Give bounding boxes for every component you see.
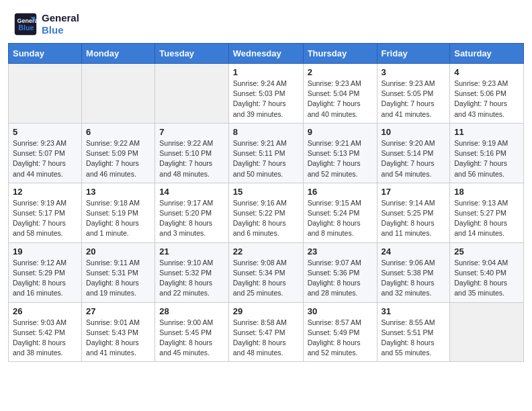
day-cell: 3Sunrise: 9:23 AMSunset: 5:05 PMDaylight… [377,64,450,124]
day-info: Sunrise: 9:24 AMSunset: 5:03 PMDaylight:… [233,79,299,120]
day-header-saturday: Saturday [450,44,524,64]
day-number: 16 [308,187,373,197]
day-number: 26 [13,306,77,316]
day-number: 7 [159,127,224,137]
day-cell: 17Sunrise: 9:14 AMSunset: 5:25 PMDayligh… [377,183,450,242]
day-number: 9 [308,127,373,137]
day-number: 6 [86,127,150,137]
week-row-1: 5Sunrise: 9:23 AMSunset: 5:07 PMDaylight… [9,123,524,183]
day-cell [9,64,82,124]
day-info: Sunrise: 9:03 AMSunset: 5:42 PMDaylight:… [13,318,77,359]
day-info: Sunrise: 9:23 AMSunset: 5:04 PMDaylight:… [308,79,373,120]
day-number: 8 [233,127,299,137]
day-info: Sunrise: 9:12 AMSunset: 5:29 PMDaylight:… [13,258,77,299]
day-cell: 19Sunrise: 9:12 AMSunset: 5:29 PMDayligh… [9,242,82,302]
day-info: Sunrise: 8:57 AMSunset: 5:49 PMDaylight:… [308,318,373,359]
day-info: Sunrise: 9:21 AMSunset: 5:13 PMDaylight:… [308,138,373,179]
day-cell: 1Sunrise: 9:24 AMSunset: 5:03 PMDaylight… [228,64,303,124]
day-header-thursday: Thursday [303,44,377,64]
day-info: Sunrise: 9:10 AMSunset: 5:32 PMDaylight:… [159,258,224,299]
day-number: 27 [86,306,150,316]
day-info: Sunrise: 9:23 AMSunset: 5:06 PMDaylight:… [454,79,519,120]
day-number: 31 [382,306,446,316]
day-cell: 21Sunrise: 9:10 AMSunset: 5:32 PMDayligh… [155,242,228,302]
day-cell [82,64,155,124]
day-number: 18 [454,187,519,197]
calendar-table: SundayMondayTuesdayWednesdayThursdayFrid… [8,43,524,362]
day-cell: 4Sunrise: 9:23 AMSunset: 5:06 PMDaylight… [450,64,524,124]
calendar-body: 1Sunrise: 9:24 AMSunset: 5:03 PMDaylight… [9,64,524,362]
day-cell: 13Sunrise: 9:18 AMSunset: 5:19 PMDayligh… [82,183,155,242]
day-cell [450,302,524,362]
day-info: Sunrise: 9:23 AMSunset: 5:07 PMDaylight:… [13,138,77,179]
day-info: Sunrise: 9:14 AMSunset: 5:25 PMDaylight:… [382,198,446,239]
day-number: 24 [382,246,446,257]
day-cell: 5Sunrise: 9:23 AMSunset: 5:07 PMDaylight… [9,123,82,183]
day-cell: 29Sunrise: 8:58 AMSunset: 5:47 PMDayligh… [228,302,303,362]
day-info: Sunrise: 9:07 AMSunset: 5:36 PMDaylight:… [308,258,373,299]
logo-text: General Blue [42,12,79,36]
day-cell [155,64,228,124]
day-number: 29 [233,306,299,316]
day-cell: 6Sunrise: 9:22 AMSunset: 5:09 PMDaylight… [82,123,155,183]
day-number: 1 [233,67,299,77]
day-cell: 27Sunrise: 9:01 AMSunset: 5:43 PMDayligh… [82,302,155,362]
calendar-wrapper: SundayMondayTuesdayWednesdayThursdayFrid… [0,43,532,370]
day-cell: 7Sunrise: 9:22 AMSunset: 5:10 PMDaylight… [155,123,228,183]
day-cell: 22Sunrise: 9:08 AMSunset: 5:34 PMDayligh… [228,242,303,302]
day-info: Sunrise: 9:11 AMSunset: 5:31 PMDaylight:… [86,258,150,299]
day-number: 14 [159,187,224,197]
day-number: 20 [86,246,150,257]
day-cell: 12Sunrise: 9:19 AMSunset: 5:17 PMDayligh… [9,183,82,242]
day-cell: 10Sunrise: 9:20 AMSunset: 5:14 PMDayligh… [377,123,450,183]
day-info: Sunrise: 9:23 AMSunset: 5:05 PMDaylight:… [382,79,446,120]
day-number: 10 [382,127,446,137]
day-number: 2 [308,67,373,77]
day-info: Sunrise: 9:01 AMSunset: 5:43 PMDaylight:… [86,318,150,359]
day-cell: 25Sunrise: 9:04 AMSunset: 5:40 PMDayligh… [450,242,524,302]
day-number: 25 [454,246,519,257]
day-number: 3 [382,67,446,77]
day-info: Sunrise: 9:18 AMSunset: 5:19 PMDaylight:… [86,198,150,239]
day-info: Sunrise: 9:00 AMSunset: 5:45 PMDaylight:… [159,318,224,359]
day-info: Sunrise: 9:20 AMSunset: 5:14 PMDaylight:… [382,138,446,179]
page: General Blue General Blue SundayMondayTu… [0,0,532,411]
day-cell: 30Sunrise: 8:57 AMSunset: 5:49 PMDayligh… [303,302,377,362]
day-cell: 16Sunrise: 9:15 AMSunset: 5:24 PMDayligh… [303,183,377,242]
day-cell: 8Sunrise: 9:21 AMSunset: 5:11 PMDaylight… [228,123,303,183]
day-header-tuesday: Tuesday [155,44,228,64]
logo-icon: General Blue [13,12,38,36]
day-header-sunday: Sunday [9,44,82,64]
day-info: Sunrise: 9:13 AMSunset: 5:27 PMDaylight:… [454,198,519,239]
day-number: 12 [13,187,77,197]
day-info: Sunrise: 9:06 AMSunset: 5:38 PMDaylight:… [382,258,446,299]
day-info: Sunrise: 9:21 AMSunset: 5:11 PMDaylight:… [233,138,299,179]
day-info: Sunrise: 9:04 AMSunset: 5:40 PMDaylight:… [454,258,519,299]
day-number: 4 [454,67,519,77]
day-cell: 9Sunrise: 9:21 AMSunset: 5:13 PMDaylight… [303,123,377,183]
day-number: 21 [159,246,224,257]
day-number: 28 [159,306,224,316]
day-info: Sunrise: 9:16 AMSunset: 5:22 PMDaylight:… [233,198,299,239]
day-info: Sunrise: 9:08 AMSunset: 5:34 PMDaylight:… [233,258,299,299]
day-number: 5 [13,127,77,137]
day-cell: 31Sunrise: 8:55 AMSunset: 5:51 PMDayligh… [377,302,450,362]
day-number: 11 [454,127,519,137]
day-info: Sunrise: 9:22 AMSunset: 5:09 PMDaylight:… [86,138,150,179]
svg-text:Blue: Blue [18,24,34,32]
day-number: 17 [382,187,446,197]
day-number: 13 [86,187,150,197]
header: General Blue General Blue [0,0,532,43]
day-info: Sunrise: 9:17 AMSunset: 5:20 PMDaylight:… [159,198,224,239]
day-cell: 14Sunrise: 9:17 AMSunset: 5:20 PMDayligh… [155,183,228,242]
day-header-wednesday: Wednesday [228,44,303,64]
day-number: 23 [308,246,373,257]
day-cell: 18Sunrise: 9:13 AMSunset: 5:27 PMDayligh… [450,183,524,242]
day-cell: 24Sunrise: 9:06 AMSunset: 5:38 PMDayligh… [377,242,450,302]
day-info: Sunrise: 9:19 AMSunset: 5:17 PMDaylight:… [13,198,77,239]
week-row-3: 19Sunrise: 9:12 AMSunset: 5:29 PMDayligh… [9,242,524,302]
logo: General Blue General Blue [13,12,79,36]
week-row-4: 26Sunrise: 9:03 AMSunset: 5:42 PMDayligh… [9,302,524,362]
day-cell: 23Sunrise: 9:07 AMSunset: 5:36 PMDayligh… [303,242,377,302]
day-info: Sunrise: 8:58 AMSunset: 5:47 PMDaylight:… [233,318,299,359]
